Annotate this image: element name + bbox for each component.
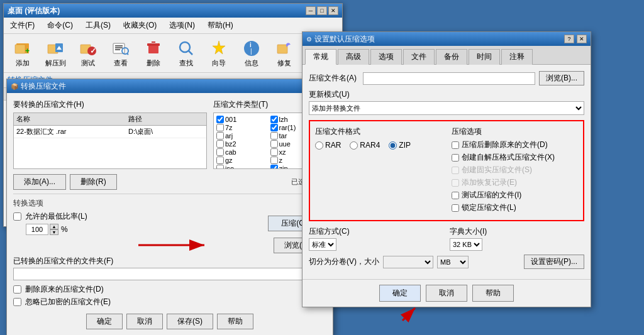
tab-comment[interactable]: 注释 [501,49,533,65]
tab-backup[interactable]: 备份 [436,49,467,65]
settings-body: 压缩文件名(A) 浏览(B)... 更新模式(U) 添加并替换文件 压缩文件格式 [303,65,591,279]
svg-line-14 [127,53,128,55]
split-unit-select[interactable]: MB [437,256,469,268]
type-7z[interactable]: 7z [216,124,270,131]
main-titlebar: 桌面 (评估版本) ─ □ ✕ [4,4,342,18]
update-mode-select[interactable]: 添加并替换文件 [309,101,584,115]
delete-original-checkbox[interactable] [13,285,21,294]
maximize-btn[interactable]: □ [317,6,327,15]
tab-files[interactable]: 文件 [403,49,435,65]
delete-files-btn[interactable]: 删除(R) [70,174,117,190]
type-bz2[interactable]: bz2 [216,140,270,148]
allow-ratio-checkbox[interactable] [13,212,21,221]
compress-format-label: 压缩文件格式 [315,126,441,137]
file-table[interactable]: 名称 路径 22-数据汇文 .rar D:\桌面\ [13,113,207,169]
settings-help-btn[interactable]: ? [564,35,574,43]
ratio-down-btn[interactable]: ▼ [50,229,58,235]
type-arj[interactable]: arj [216,132,270,140]
svg-text:+: + [25,47,30,55]
toolbar-extract[interactable]: 解压到 [40,36,70,70]
settings-titlebar: ⚙ 设置默认压缩选项 ? ✕ [303,32,591,46]
convert-body: 要转换的压缩文件(H) 名称 路径 22-数据汇文 .rar D:\桌面\ 压缩… [7,93,333,335]
menu-command[interactable]: 命令(C) [43,19,77,32]
settings-title-left: ⚙ 设置默认压缩选项 [306,34,375,45]
type-iso[interactable]: iso [216,165,270,169]
ratio-up-btn[interactable]: ▲ [50,224,58,229]
dict-size-label: 字典大小(I) [450,226,584,237]
archive-name-input[interactable] [363,72,535,85]
file-row-1[interactable]: 22-数据汇文 .rar D:\桌面\ [14,126,206,138]
opt-sfx[interactable]: 创建自解压格式压缩文件(X) [452,152,578,163]
toolbar-wizard[interactable]: 向导 [204,36,234,70]
toolbar-delete[interactable]: 删除 [138,36,169,70]
format-zip[interactable]: ZIP [389,141,411,150]
toolbar-view[interactable]: 查看 [106,36,136,70]
opt-solid-label: 创建固实压缩文件(S) [462,165,532,175]
settings-footer: 确定 取消 帮助 [303,279,591,307]
opt-solid[interactable]: 创建固实压缩文件(S) [452,165,578,175]
settings-close-btn[interactable]: ✕ [577,35,587,43]
svg-text:|: | [250,48,252,55]
compress-method-select[interactable]: 标准 [309,238,336,251]
opt-recovery[interactable]: 添加恢复记录(E) [452,177,578,188]
archive-name-row: 压缩文件名(A) 浏览(B)... [309,71,584,85]
menu-favorites[interactable]: 收藏夹(O) [119,19,160,32]
minimize-btn[interactable]: ─ [306,6,316,15]
set-password-btn[interactable]: 设置密码(P)... [524,255,584,269]
opt-recovery-label: 添加恢复记录(E) [462,177,517,188]
opt-lock[interactable]: 锁定压缩文件(L) [452,202,578,213]
menu-file[interactable]: 文件(F) [6,19,38,32]
settings-cancel-btn[interactable]: 取消 [426,285,467,302]
svg-point-18 [180,42,190,52]
toolbar-info[interactable]: i | 信息 [236,36,267,70]
format-rar4[interactable]: RAR4 [350,141,380,150]
settings-ok-btn[interactable]: 确定 [379,285,421,302]
divider1 [13,194,326,194]
convert-help-btn[interactable]: 帮助 [217,314,253,329]
format-rar[interactable]: RAR [315,141,341,150]
tab-general[interactable]: 常规 [305,49,336,65]
opt-lock-label: 锁定压缩文件(L) [462,202,516,213]
convert-cancel-btn[interactable]: 取消 [126,314,163,329]
type-gz[interactable]: gz [216,157,270,164]
ignore-encrypted-checkbox[interactable] [13,298,21,306]
format-left: 压缩文件格式 RAR RAR4 [315,126,441,150]
tab-advanced[interactable]: 高级 [338,49,369,65]
split-value-select[interactable] [383,256,433,268]
menu-help[interactable]: 帮助(H) [204,19,237,32]
opt-test[interactable]: 测试压缩的文件(I) [452,190,578,200]
menu-options[interactable]: 选项(N) [165,19,199,32]
split-row: 切分为分卷(V)，大小 MB 设置密码(P)... [309,255,584,269]
menu-tools[interactable]: 工具(S) [82,19,114,32]
tab-options[interactable]: 选项 [370,49,402,65]
tab-time[interactable]: 时间 [469,49,500,65]
toolbar-add[interactable]: + 添加 [8,36,38,70]
toolbar-repair[interactable]: 修复 [269,36,299,70]
output-browse-row: 浏览(B)... [13,238,326,253]
method-section: 压缩方式(C) 标准 [309,226,443,251]
menu-bar: 文件(F) 命令(C) 工具(S) 收藏夹(O) 选项(N) 帮助(H) [4,18,342,34]
info-label: 信息 [245,58,258,68]
test-label: 测试 [81,58,95,68]
convert-save-btn[interactable]: 保存(S) [167,314,213,329]
dict-size-select[interactable]: 32 KB [450,238,482,251]
toolbar-test[interactable]: ✓ 测试 [73,36,103,70]
type-001[interactable]: 001 [216,116,270,123]
add-files-btn[interactable]: 添加(A)... [13,174,66,190]
svg-rect-1 [15,45,25,53]
split-label: 切分为分卷(V)，大小 [309,256,379,267]
toolbar-find[interactable]: 查找 [171,36,201,70]
close-btn[interactable]: ✕ [328,6,338,15]
convert-ok-btn[interactable]: 确定 [86,314,123,329]
btn-and-count-row: 添加(A)... 删除(R) 已选择 1 个 [13,174,326,190]
settings-help-footer-btn[interactable]: 帮助 [472,285,514,302]
output-folder-input[interactable] [13,268,326,280]
ratio-value-input[interactable] [26,224,48,235]
add-delete-btns: 添加(A)... 删除(R) [13,174,117,190]
format-radio-group: RAR RAR4 ZIP [315,141,441,150]
method-dict-row: 压缩方式(C) 标准 字典大小(I) 32 KB [309,226,584,251]
opt-delete-original[interactable]: 压缩后删除原来的文件(D) [452,140,578,150]
type-cab[interactable]: cab [216,148,270,156]
settings-icon: ⚙ [306,36,312,43]
archive-browse-btn[interactable]: 浏览(B)... [539,71,584,85]
